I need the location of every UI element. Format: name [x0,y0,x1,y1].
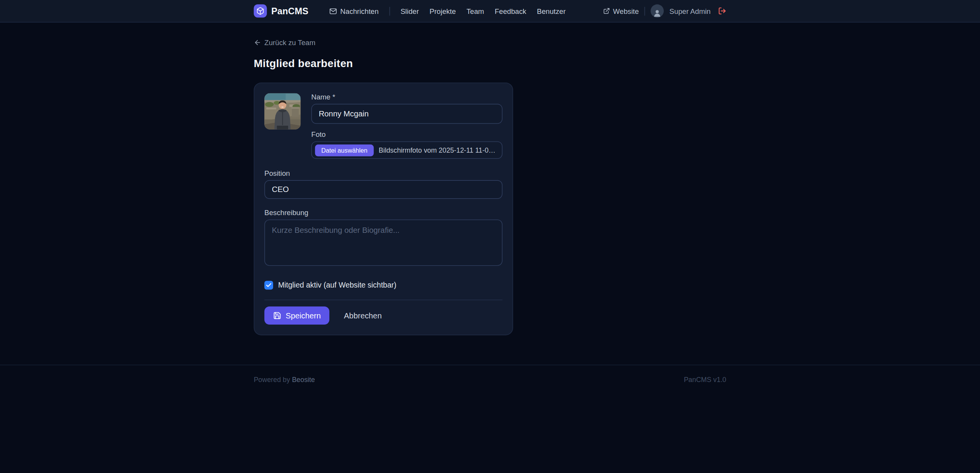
nav-divider [389,7,390,15]
main-nav: Nachrichten Slider Projekte Team Feedbac… [330,7,566,15]
arrow-left-icon [254,39,261,46]
file-select-button[interactable]: Datei auswählen [315,144,374,156]
nav-item-label: Team [467,7,484,15]
photo-field-group: Foto Datei auswählen Bildschirmfoto vom … [311,131,502,159]
nav-item-nachrichten[interactable]: Nachrichten [330,7,379,15]
pancms-logo-icon [254,4,267,17]
name-input[interactable] [311,104,502,124]
member-photo [264,93,300,130]
user-avatar [651,4,664,17]
position-label: Position [264,170,502,177]
save-button-label: Speichern [285,311,321,320]
name-label: Name * [311,93,502,101]
navbar: PanCMS Nachrichten Slider Projekte Team [0,0,980,22]
website-link[interactable]: Website [603,7,639,15]
logout-button[interactable] [718,7,726,15]
external-link-icon [603,7,610,14]
mail-icon [330,7,337,15]
active-checkbox-row: Mitglied aktiv (auf Website sichtbar) [264,281,502,290]
nav-item-label: Benutzer [537,7,566,15]
nav-item-label: Projekte [430,7,456,15]
brand-name: PanCMS [271,6,308,16]
user-name: Super Admin [670,7,711,15]
photo-label: Foto [311,131,502,138]
powered-by-label: Powered by [254,376,290,383]
position-input[interactable] [264,180,502,199]
active-checkbox[interactable] [264,281,273,290]
description-field-group: Beschreibung [264,209,502,268]
brand[interactable]: PanCMS [254,4,309,17]
navbar-right: Website Super Admin [603,4,726,17]
active-checkbox-label[interactable]: Mitglied aktiv (auf Website sichtbar) [278,281,396,290]
nav-item-label: Feedback [495,7,526,15]
save-icon [273,311,281,320]
card-divider [264,300,502,300]
position-field-group: Position [264,170,502,199]
description-textarea[interactable] [264,219,502,266]
website-label: Website [613,7,639,15]
name-field-group: Name * [311,93,502,124]
beosite-link[interactable]: Beosite [292,376,315,383]
nav-item-projekte[interactable]: Projekte [430,7,456,15]
check-icon [266,282,272,288]
nav-divider [644,7,645,15]
main-content: Zurück zu Team Mitglied bearbeiten [250,22,730,364]
nav-item-benutzer[interactable]: Benutzer [537,7,566,15]
description-label: Beschreibung [264,209,502,216]
page-title: Mitglied bearbeiten [254,57,727,70]
powered-by-text: Powered by Beosite [254,376,315,383]
logout-icon [718,7,726,15]
form-actions: Speichern Abbrechen [264,306,502,325]
selected-file-name: Bildschirmfoto vom 2025-12-11 11-07-34.p… [379,146,499,154]
back-link-label: Zurück zu Team [264,39,315,46]
nav-item-label: Nachrichten [340,7,379,15]
nav-item-slider[interactable]: Slider [401,7,419,15]
file-input-box: Datei auswählen Bildschirmfoto vom 2025-… [311,141,502,159]
save-button[interactable]: Speichern [264,306,329,325]
nav-item-team[interactable]: Team [467,7,484,15]
cancel-button[interactable]: Abbrechen [344,311,382,320]
app-root: PanCMS Nachrichten Slider Projekte Team [0,0,980,473]
version-text: PanCMS v1.0 [684,376,726,383]
nav-item-label: Slider [401,7,419,15]
nav-item-feedback[interactable]: Feedback [495,7,526,15]
back-to-team-link[interactable]: Zurück zu Team [254,39,315,46]
footer: Powered by Beosite PanCMS v1.0 [0,365,980,384]
member-edit-card: Name * Foto Datei auswählen Bildschirmfo… [254,82,513,335]
